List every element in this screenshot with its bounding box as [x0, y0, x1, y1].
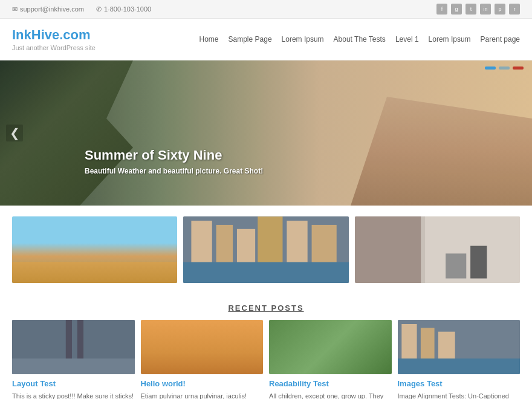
- post-card-2: Hello world! Etiam pulvinar urna pulvina…: [141, 320, 264, 399]
- nav-lorem-ipsum-2[interactable]: Lorem Ipsum: [429, 35, 471, 44]
- post-card-4: Images Test Image Alignment Tests: Un-Ca…: [398, 320, 521, 399]
- site-header: InkHive.com Just another WordPress site …: [0, 19, 532, 60]
- hero-title: Summer of Sixty Nine: [85, 148, 263, 163]
- slider-dot-1[interactable]: [485, 66, 496, 70]
- googleplus-icon[interactable]: g: [451, 4, 462, 15]
- featured-image-1[interactable]: [12, 216, 177, 283]
- post-title-4[interactable]: Images Test: [398, 379, 521, 388]
- slider-dot-3[interactable]: [513, 66, 524, 70]
- nav-lorem-ipsum-1[interactable]: Lorem Ipsum: [282, 35, 324, 44]
- hero-slider: Summer of Sixty Nine Beautiful Weather a…: [0, 60, 532, 206]
- facebook-icon[interactable]: f: [436, 4, 447, 15]
- phone-contact: ✆ 1-800-103-1000: [96, 5, 151, 13]
- recent-posts-title: RECENT POSTS: [0, 294, 532, 320]
- top-bar: ✉ support@inkhive.com ✆ 1-800-103-1000 f…: [0, 0, 532, 19]
- site-branding: InkHive.com Just another WordPress site: [12, 27, 96, 51]
- post-title-3[interactable]: Readability Test: [269, 379, 392, 388]
- slider-dots: [485, 66, 524, 70]
- twitter-icon[interactable]: t: [465, 4, 476, 15]
- site-description: Just another WordPress site: [12, 44, 96, 51]
- post-excerpt-4: Image Alignment Tests: Un-Captioned Imag…: [398, 391, 521, 399]
- post-card-1: Layout Test This is a sticky post!!! Mak…: [12, 320, 135, 399]
- post-thumbnail-2[interactable]: [141, 320, 264, 374]
- email-address: support@inkhive.com: [20, 5, 84, 13]
- post-excerpt-2: Etiam pulvinar urna pulvinar, iaculis! R…: [141, 391, 264, 399]
- post-excerpt-3: All children, except one, grow up. They …: [269, 391, 392, 399]
- hero-text: Summer of Sixty Nine Beautiful Weather a…: [85, 148, 263, 175]
- site-nav: Home Sample Page Lorem Ipsum About The T…: [199, 35, 521, 44]
- nav-parent-page[interactable]: Parent page: [481, 35, 520, 44]
- post-title-2[interactable]: Hello world!: [141, 379, 264, 388]
- nav-level1[interactable]: Level 1: [395, 35, 419, 44]
- hero-subtitle: Beautiful Weather and beautiful picture.…: [85, 167, 263, 175]
- nav-sample-page[interactable]: Sample Page: [229, 35, 272, 44]
- nav-home[interactable]: Home: [199, 35, 219, 44]
- social-links: f g t in p r: [436, 4, 520, 15]
- featured-images: [0, 206, 532, 294]
- post-title-1[interactable]: Layout Test: [12, 379, 135, 388]
- top-bar-contact: ✉ support@inkhive.com ✆ 1-800-103-1000: [12, 5, 151, 13]
- post-excerpt-1: This is a sticky post!!! Make sure it st…: [12, 391, 135, 399]
- nav-about-tests[interactable]: About The Tests: [334, 35, 386, 44]
- hero-overlay: [0, 60, 532, 206]
- post-card-3: Readability Test All children, except on…: [269, 320, 392, 399]
- site-title: InkHive.com: [12, 27, 96, 43]
- linkedin-icon[interactable]: in: [480, 4, 491, 15]
- slider-dot-2[interactable]: [499, 66, 510, 70]
- email-contact: ✉ support@inkhive.com: [12, 5, 84, 13]
- featured-image-3[interactable]: [355, 216, 520, 283]
- slider-prev-button[interactable]: ❮: [6, 125, 23, 141]
- pinterest-icon[interactable]: p: [495, 4, 505, 15]
- post-thumbnail-1[interactable]: [12, 320, 135, 374]
- recent-posts: Layout Test This is a sticky post!!! Mak…: [0, 320, 532, 399]
- rss-icon[interactable]: r: [509, 4, 520, 15]
- featured-image-2[interactable]: [183, 216, 348, 283]
- post-thumbnail-3[interactable]: [269, 320, 392, 374]
- phone-icon: ✆: [96, 5, 102, 13]
- post-thumbnail-4[interactable]: [398, 320, 521, 374]
- email-icon: ✉: [12, 5, 18, 13]
- phone-number: 1-800-103-1000: [104, 5, 151, 13]
